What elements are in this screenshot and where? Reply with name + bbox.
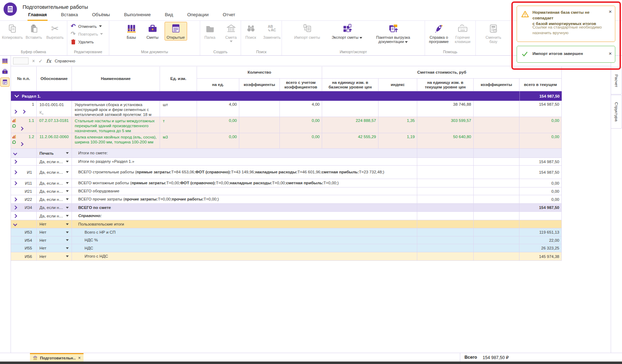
cell-total[interactable]: 0,00 <box>519 133 562 149</box>
totals-text[interactable]: Итоги по разделу «Раздел 1.» <box>72 158 417 166</box>
cell-cur[interactable]: 50 640,80 <box>417 133 474 149</box>
cell-empty[interactable] <box>417 212 474 220</box>
cell-unit[interactable]: шт <box>160 101 197 117</box>
cell-empty[interactable] <box>417 204 474 212</box>
print-dropdown[interactable]: Да, если н… <box>37 212 72 220</box>
cell-coef2[interactable] <box>474 133 519 149</box>
cell-total[interactable] <box>519 220 562 228</box>
totals-text[interactable]: Всего с НР и СП <box>72 228 417 236</box>
cell-toggle[interactable]: И1 <box>11 166 37 179</box>
search-button[interactable]: Поиск <box>242 23 260 39</box>
cell-toggle[interactable] <box>11 220 37 228</box>
cell-empty[interactable] <box>417 158 474 166</box>
cell-cur[interactable]: 303 599,57 <box>417 117 474 133</box>
copy-button[interactable]: Копировать <box>3 23 22 39</box>
print-dropdown[interactable]: Да, если н… <box>37 166 72 179</box>
totals-text[interactable]: Итого с НДС <box>72 252 417 261</box>
cut-button[interactable]: ✂ Вырезать <box>46 23 64 39</box>
totals-text[interactable]: ВСЕГО монтажные работы (прямые затраты: … <box>72 179 417 187</box>
print-dropdown[interactable]: Нет <box>37 252 72 261</box>
strip-opened-button[interactable] <box>0 78 10 87</box>
totals-text[interactable]: Итоги по смете: <box>72 149 417 158</box>
cell-empty[interactable] <box>474 179 519 187</box>
cell-total[interactable] <box>519 149 562 158</box>
cell-empty[interactable] <box>474 228 519 236</box>
dropdown-arrow-icon[interactable] <box>66 232 69 233</box>
cell-total[interactable]: 0,00 <box>519 195 562 204</box>
print-dropdown[interactable]: Печать <box>37 149 72 158</box>
cell-name[interactable]: Балка клееная хвойных пород (ель, сосна)… <box>72 133 160 149</box>
cell-toggle[interactable]: И22 <box>11 195 37 204</box>
chevron-right-icon[interactable] <box>13 110 17 113</box>
cell-total[interactable]: 154 987,50 <box>519 158 562 166</box>
cell-qty[interactable]: 4,00 <box>197 101 239 117</box>
cell-qty[interactable]: 0,00 <box>197 133 239 149</box>
folder-button[interactable]: Папка <box>201 23 219 39</box>
dropdown-arrow-icon[interactable] <box>405 41 408 43</box>
cell-total[interactable]: 154 987,50 <box>519 204 562 212</box>
cell-name[interactable]: Стальные настилы и щиты междуэтажных пер… <box>72 117 160 133</box>
cell-empty[interactable] <box>417 187 474 195</box>
cell-empty[interactable] <box>474 187 519 195</box>
print-dropdown[interactable]: Да, если н… <box>37 204 72 212</box>
dropdown-arrow-icon[interactable] <box>66 161 69 162</box>
cell-total[interactable]: 22,00 <box>519 236 562 244</box>
cell-total[interactable]: 154 987,50 <box>519 101 562 117</box>
dropdown-arrow-icon[interactable] <box>66 182 69 184</box>
section-row[interactable]: Раздел 1. 154 987,50 <box>11 91 562 101</box>
cell-empty[interactable] <box>474 244 519 252</box>
dropdown-arrow-icon[interactable] <box>66 223 69 225</box>
dropdown-arrow-icon[interactable] <box>66 215 69 217</box>
cell-total[interactable]: 0,00 <box>519 117 562 133</box>
cell-total[interactable]: 119 651,13 <box>519 228 562 236</box>
cell-cur[interactable]: 38 746,88 <box>417 101 474 117</box>
dropdown-arrow-icon[interactable] <box>66 152 69 154</box>
tab-glavnaya[interactable]: Главная <box>27 11 48 21</box>
print-dropdown[interactable]: Нет <box>37 220 72 228</box>
close-icon[interactable]: × <box>609 51 612 56</box>
cell-empty[interactable] <box>417 252 474 261</box>
cell-empty[interactable] <box>474 252 519 261</box>
chevron-right-icon[interactable] <box>21 110 25 113</box>
cell-total[interactable]: 26 323,25 <box>519 244 562 252</box>
cell-unit[interactable]: м3 <box>160 133 197 149</box>
delete-button[interactable]: Удалить <box>70 39 103 45</box>
cell-toggle[interactable]: И34 <box>11 204 37 212</box>
cell-toggle[interactable]: И11 <box>11 179 37 187</box>
cell-base[interactable]: 224 888,57 <box>322 117 378 133</box>
cell-toggle[interactable]: И55 <box>11 244 37 252</box>
cell-code[interactable]: 07.2.07.13-0181 <box>37 117 72 133</box>
cell-toggle[interactable]: И54 <box>11 236 37 244</box>
cell-base[interactable] <box>322 101 378 117</box>
dropdown-arrow-icon[interactable] <box>66 198 69 200</box>
totals-text[interactable]: ВСЕГО оборудование <box>72 187 417 195</box>
tab-operacii[interactable]: Операции <box>186 11 209 21</box>
dropdown-arrow-icon[interactable] <box>99 25 102 27</box>
new-estimate-button[interactable]: Смета <box>222 23 240 42</box>
cell-empty[interactable] <box>474 149 519 158</box>
cell-empty[interactable] <box>417 179 474 187</box>
print-dropdown[interactable]: Нет <box>37 228 72 236</box>
cell-qty[interactable]: 0,00 <box>197 117 239 133</box>
cell-toggle[interactable]: И53 <box>11 228 37 236</box>
cell-index[interactable]: 1,19 <box>378 133 417 149</box>
hotkeys-button[interactable]: Горячие клавиши <box>452 23 473 44</box>
change-base-button[interactable]: Сменить базу <box>483 23 504 44</box>
replace-button[interactable]: AB↳AC Заменить <box>263 23 281 39</box>
about-button[interactable]: Справка о программе <box>428 23 450 44</box>
cell-empty[interactable] <box>417 220 474 228</box>
cell-empty[interactable] <box>474 212 519 220</box>
cell-empty[interactable] <box>474 204 519 212</box>
import-estimate-button[interactable]: Импорт сметы <box>292 23 322 39</box>
dropdown-arrow-icon[interactable] <box>66 190 69 192</box>
chevron-right-icon[interactable] <box>13 170 17 174</box>
cell-index[interactable]: 1,35 <box>378 117 417 133</box>
chevron-right-icon[interactable] <box>13 214 17 218</box>
paste-button[interactable]: Вставить <box>25 23 43 39</box>
print-dropdown[interactable]: Да, если н… <box>37 195 72 204</box>
cell-coef[interactable] <box>239 101 280 117</box>
cell-index[interactable] <box>378 101 417 117</box>
chevron-right-icon[interactable] <box>13 205 17 209</box>
tab-otchet[interactable]: Отчет <box>222 11 236 21</box>
print-dropdown[interactable]: Да, если н… <box>37 158 72 166</box>
